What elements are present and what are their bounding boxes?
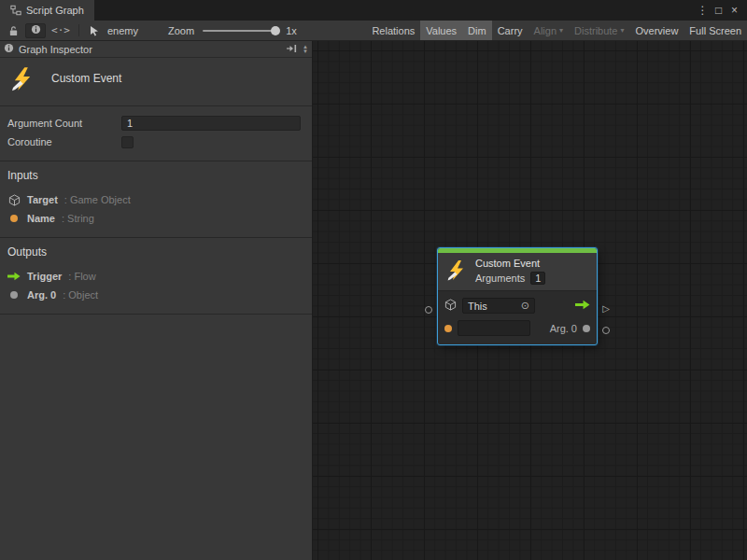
carry-button-label: Carry [498,25,523,36]
chevron-down-icon: ▾ [621,26,625,35]
game-object-cube-icon [7,194,21,206]
scroll-down-icon[interactable]: ▼ [303,49,308,54]
custom-event-icon [9,66,35,94]
trigger-flow-icon[interactable] [575,300,590,312]
script-graph-icon [10,5,21,16]
node-header-text: Custom Event Arguments 1 [475,258,545,285]
full-screen-button[interactable]: Full Screen [684,21,747,40]
tab-script-graph-label: Script Graph [26,5,84,16]
port-name: Name [27,213,55,224]
string-port-icon[interactable] [444,325,452,332]
port-name: Arg. 0 [27,289,56,301]
zoom-label: Zoom [168,25,194,36]
overview-button[interactable]: Overview [630,21,684,40]
flow-arrow-icon [7,272,21,281]
inputs-title: Inputs [7,169,303,182]
zoom-value-label: 1x [286,25,297,36]
port-name: Target [27,194,58,205]
game-object-cube-icon [444,299,457,313]
graph-inspector-title: Graph Inspector [19,44,92,55]
node-row-target: This ⊙ [444,297,590,315]
edit-graph-icon[interactable]: <·> [49,24,73,36]
full-screen-button-label: Full Screen [689,25,741,36]
object-picker-icon[interactable]: ⊙ [521,300,529,312]
port-name: Trigger [27,271,62,282]
inspector-empty-area [0,315,312,560]
port-type: : String [62,213,94,224]
info-icon [31,24,41,36]
node-arguments-row: Arguments 1 [475,272,545,285]
maximize-icon[interactable]: □ [711,4,726,17]
graph-inspector-panel: Graph Inspector ▲ ▼ [0,41,313,560]
output-row-trigger: Trigger : Flow [7,267,303,286]
align-button[interactable]: Align ▾ [529,21,569,40]
graph-name-label: enemy [107,25,138,36]
port-type: : Object [63,289,98,301]
node-body: This ⊙ Arg. 0 [438,290,597,344]
chevron-down-icon: ▾ [559,26,563,35]
carry-button[interactable]: Carry [492,21,529,40]
input-row-name: Name : String [7,209,303,228]
custom-event-node[interactable]: Custom Event Arguments 1 This [438,248,597,344]
object-port-icon [7,291,21,299]
close-icon[interactable]: × [726,4,742,17]
output-value-port-circle[interactable] [602,327,610,334]
outputs-title: Outputs [7,245,303,259]
object-port-icon[interactable] [583,325,590,332]
string-port-icon [7,215,21,222]
lock-icon[interactable] [4,22,22,39]
coroutine-label: Coroutine [7,136,121,147]
toolbar-separator [78,24,79,36]
unit-settings: Argument Count Coroutine [0,106,312,161]
align-button-label: Align [534,25,557,36]
relations-button-label: Relations [372,25,415,36]
graph-inspector-header: Graph Inspector ▲ ▼ [0,41,312,58]
distribute-button-label: Distribute [574,25,617,36]
argument-count-row: Argument Count [7,114,301,133]
input-port-circle[interactable] [425,306,432,314]
arg0-label: Arg. 0 [550,323,577,334]
port-type: : Flow [68,271,95,282]
relations-button[interactable]: Relations [366,21,420,40]
info-icon [4,43,14,55]
node-header[interactable]: Custom Event Arguments 1 [438,253,597,290]
inputs-section: Inputs Target : Game Object Name : Strin… [0,161,312,238]
distribute-button[interactable]: Distribute ▾ [569,21,629,40]
arguments-label: Arguments [475,273,525,284]
outputs-section: Outputs Trigger : Flow Arg. 0 : Object [0,238,312,315]
main-split: Graph Inspector ▲ ▼ [0,41,747,560]
node-row-arg: Arg. 0 [444,319,590,337]
arguments-value-field[interactable]: 1 [530,272,545,285]
dim-button[interactable]: Dim [462,21,492,40]
window-titlebar: Script Graph ⋮ □ × [0,0,747,21]
output-flow-port-triangle[interactable]: ▷ [602,302,610,315]
window-controls: ⋮ □ × [695,0,747,21]
zoom-slider-knob[interactable] [271,26,280,35]
toolbar-buttons: Relations Values Dim Carry Align ▾ Distr… [366,21,747,40]
argument-count-input[interactable] [121,116,301,131]
zoom-slider[interactable] [203,30,277,32]
dim-button-label: Dim [468,25,486,36]
output-row-arg0: Arg. 0 : Object [7,286,303,304]
node-title: Custom Event [475,258,545,269]
dock-right-icon[interactable] [286,44,297,55]
unit-header: Custom Event [0,58,312,106]
argument-count-label: Argument Count [7,118,121,129]
tab-script-graph[interactable]: Script Graph [0,0,94,21]
event-name-input[interactable] [458,320,530,336]
scroll-arrows[interactable]: ▲ ▼ [303,45,308,54]
values-button[interactable]: Values [420,21,462,40]
inspector-header-controls: ▲ ▼ [286,44,308,55]
graph-canvas[interactable]: Custom Event Arguments 1 This [313,41,747,560]
coroutine-checkbox[interactable] [121,136,134,148]
graph-toolbar: <·> enemy Zoom 1x Relations Values Dim C… [0,21,747,41]
custom-event-node-icon [445,259,468,284]
graph-pointer-icon [85,22,104,39]
inspector-toggle-button[interactable] [25,23,46,38]
values-button-label: Values [426,25,457,36]
unit-title: Custom Event [51,72,121,85]
target-dropdown[interactable]: This ⊙ [462,298,535,314]
target-dropdown-value: This [468,301,487,312]
window-menu-icon[interactable]: ⋮ [695,4,711,17]
port-type: : Game Object [64,194,131,205]
